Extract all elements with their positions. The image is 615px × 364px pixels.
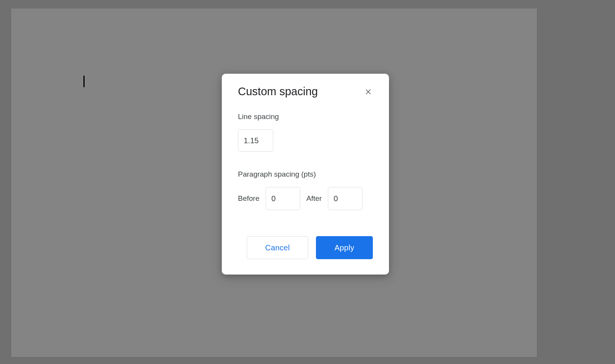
line-spacing-input[interactable] bbox=[238, 129, 273, 152]
dialog-buttons: Cancel Apply bbox=[238, 236, 373, 259]
after-label: After bbox=[306, 194, 322, 203]
dialog-header: Custom spacing bbox=[238, 85, 373, 98]
apply-button[interactable]: Apply bbox=[316, 236, 373, 259]
after-input[interactable] bbox=[328, 187, 362, 210]
cancel-button[interactable]: Cancel bbox=[247, 236, 308, 259]
paragraph-spacing-label: Paragraph spacing (pts) bbox=[238, 170, 373, 179]
close-icon bbox=[364, 88, 372, 96]
before-label: Before bbox=[238, 194, 259, 203]
close-button[interactable] bbox=[364, 87, 373, 96]
before-input[interactable] bbox=[266, 187, 300, 210]
dialog-title: Custom spacing bbox=[238, 85, 318, 98]
paragraph-spacing-row: Before After bbox=[238, 187, 373, 210]
custom-spacing-dialog: Custom spacing Line spacing Paragraph sp… bbox=[222, 74, 389, 275]
line-spacing-label: Line spacing bbox=[238, 113, 373, 121]
text-cursor bbox=[83, 76, 85, 87]
